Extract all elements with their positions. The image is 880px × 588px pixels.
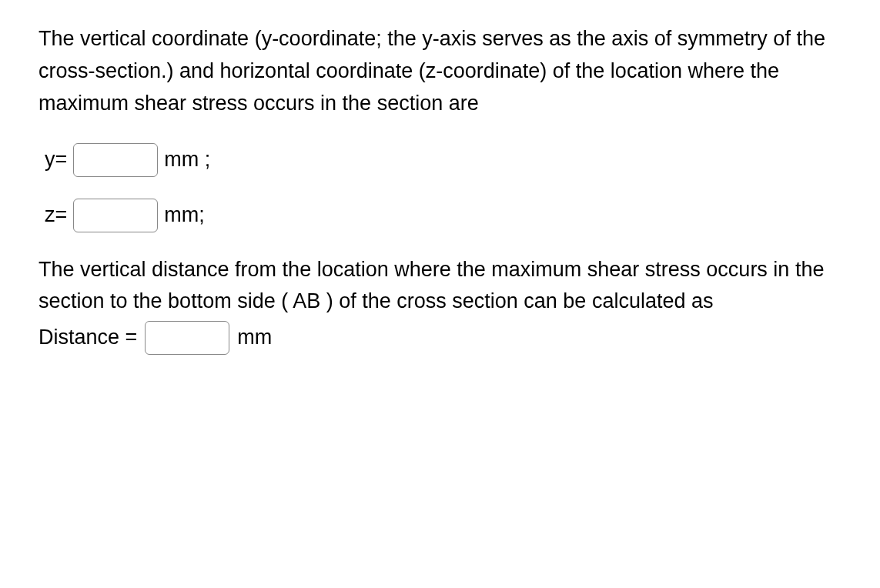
- distance-input[interactable]: [145, 321, 229, 355]
- distance-unit: mm: [237, 322, 272, 354]
- question-2-content: The vertical distance from the location …: [38, 258, 824, 313]
- question-1-content: The vertical coordinate (y-coordinate; t…: [38, 27, 825, 115]
- y-unit: mm ;: [164, 144, 210, 176]
- z-unit: mm;: [164, 199, 204, 232]
- z-input[interactable]: [73, 199, 158, 232]
- y-input[interactable]: [73, 143, 158, 177]
- question-1-text: The vertical coordinate (y-coordinate; t…: [38, 23, 842, 120]
- y-label: y=: [45, 144, 67, 176]
- z-label: z=: [45, 199, 67, 232]
- distance-input-row: Distance = mm: [38, 321, 842, 355]
- y-input-row: y= mm ;: [45, 143, 842, 177]
- z-input-row: z= mm;: [45, 199, 842, 232]
- question-2-text: The vertical distance from the location …: [38, 254, 842, 319]
- distance-label: Distance =: [38, 322, 137, 354]
